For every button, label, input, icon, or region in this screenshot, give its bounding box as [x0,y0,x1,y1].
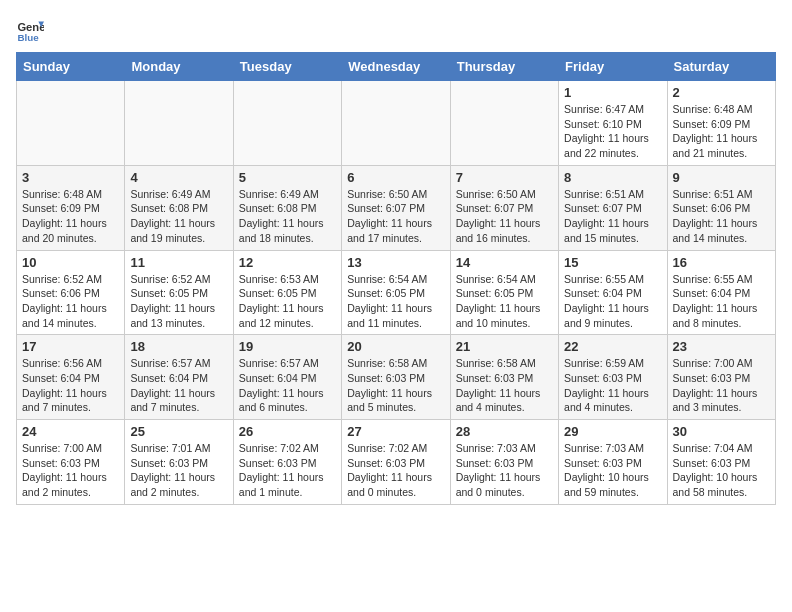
calendar-cell: 12Sunrise: 6:53 AMSunset: 6:05 PMDayligh… [233,250,341,335]
day-number: 21 [456,339,553,354]
calendar-table: SundayMondayTuesdayWednesdayThursdayFrid… [16,52,776,505]
col-header-friday: Friday [559,53,667,81]
day-info: Sunrise: 6:52 AMSunset: 6:05 PMDaylight:… [130,272,227,331]
calendar-cell: 21Sunrise: 6:58 AMSunset: 6:03 PMDayligh… [450,335,558,420]
calendar-cell [450,81,558,166]
calendar-week-row: 1Sunrise: 6:47 AMSunset: 6:10 PMDaylight… [17,81,776,166]
day-info: Sunrise: 6:55 AMSunset: 6:04 PMDaylight:… [673,272,770,331]
day-number: 16 [673,255,770,270]
day-number: 17 [22,339,119,354]
logo-icon: General Blue [16,16,44,44]
day-number: 20 [347,339,444,354]
day-info: Sunrise: 6:50 AMSunset: 6:07 PMDaylight:… [347,187,444,246]
logo: General Blue [16,16,48,44]
calendar-cell: 17Sunrise: 6:56 AMSunset: 6:04 PMDayligh… [17,335,125,420]
day-info: Sunrise: 6:57 AMSunset: 6:04 PMDaylight:… [130,356,227,415]
day-info: Sunrise: 7:00 AMSunset: 6:03 PMDaylight:… [673,356,770,415]
day-number: 8 [564,170,661,185]
svg-text:Blue: Blue [17,32,39,43]
day-number: 1 [564,85,661,100]
day-info: Sunrise: 6:51 AMSunset: 6:07 PMDaylight:… [564,187,661,246]
calendar-cell: 19Sunrise: 6:57 AMSunset: 6:04 PMDayligh… [233,335,341,420]
day-info: Sunrise: 7:01 AMSunset: 6:03 PMDaylight:… [130,441,227,500]
calendar-cell: 13Sunrise: 6:54 AMSunset: 6:05 PMDayligh… [342,250,450,335]
calendar-cell: 29Sunrise: 7:03 AMSunset: 6:03 PMDayligh… [559,420,667,505]
day-info: Sunrise: 6:48 AMSunset: 6:09 PMDaylight:… [22,187,119,246]
calendar-cell [125,81,233,166]
day-number: 26 [239,424,336,439]
day-number: 13 [347,255,444,270]
col-header-monday: Monday [125,53,233,81]
day-info: Sunrise: 7:03 AMSunset: 6:03 PMDaylight:… [564,441,661,500]
calendar-cell: 10Sunrise: 6:52 AMSunset: 6:06 PMDayligh… [17,250,125,335]
day-number: 5 [239,170,336,185]
calendar-cell: 22Sunrise: 6:59 AMSunset: 6:03 PMDayligh… [559,335,667,420]
day-number: 4 [130,170,227,185]
day-number: 22 [564,339,661,354]
calendar-cell: 27Sunrise: 7:02 AMSunset: 6:03 PMDayligh… [342,420,450,505]
calendar-cell: 18Sunrise: 6:57 AMSunset: 6:04 PMDayligh… [125,335,233,420]
day-info: Sunrise: 6:49 AMSunset: 6:08 PMDaylight:… [239,187,336,246]
col-header-tuesday: Tuesday [233,53,341,81]
day-info: Sunrise: 7:02 AMSunset: 6:03 PMDaylight:… [239,441,336,500]
day-number: 25 [130,424,227,439]
day-info: Sunrise: 7:02 AMSunset: 6:03 PMDaylight:… [347,441,444,500]
calendar-cell: 30Sunrise: 7:04 AMSunset: 6:03 PMDayligh… [667,420,775,505]
calendar-cell: 26Sunrise: 7:02 AMSunset: 6:03 PMDayligh… [233,420,341,505]
calendar-week-row: 3Sunrise: 6:48 AMSunset: 6:09 PMDaylight… [17,165,776,250]
calendar-cell: 6Sunrise: 6:50 AMSunset: 6:07 PMDaylight… [342,165,450,250]
calendar-week-row: 17Sunrise: 6:56 AMSunset: 6:04 PMDayligh… [17,335,776,420]
calendar-cell: 14Sunrise: 6:54 AMSunset: 6:05 PMDayligh… [450,250,558,335]
day-number: 7 [456,170,553,185]
day-number: 11 [130,255,227,270]
calendar-cell [17,81,125,166]
day-number: 15 [564,255,661,270]
day-info: Sunrise: 6:47 AMSunset: 6:10 PMDaylight:… [564,102,661,161]
calendar-week-row: 24Sunrise: 7:00 AMSunset: 6:03 PMDayligh… [17,420,776,505]
day-number: 10 [22,255,119,270]
day-info: Sunrise: 6:51 AMSunset: 6:06 PMDaylight:… [673,187,770,246]
day-info: Sunrise: 6:50 AMSunset: 6:07 PMDaylight:… [456,187,553,246]
calendar-cell: 24Sunrise: 7:00 AMSunset: 6:03 PMDayligh… [17,420,125,505]
calendar-cell: 8Sunrise: 6:51 AMSunset: 6:07 PMDaylight… [559,165,667,250]
day-number: 27 [347,424,444,439]
day-number: 2 [673,85,770,100]
day-info: Sunrise: 6:58 AMSunset: 6:03 PMDaylight:… [347,356,444,415]
day-info: Sunrise: 6:56 AMSunset: 6:04 PMDaylight:… [22,356,119,415]
calendar-cell: 1Sunrise: 6:47 AMSunset: 6:10 PMDaylight… [559,81,667,166]
calendar-cell: 20Sunrise: 6:58 AMSunset: 6:03 PMDayligh… [342,335,450,420]
day-number: 23 [673,339,770,354]
day-info: Sunrise: 6:59 AMSunset: 6:03 PMDaylight:… [564,356,661,415]
day-info: Sunrise: 6:52 AMSunset: 6:06 PMDaylight:… [22,272,119,331]
calendar-cell [342,81,450,166]
day-number: 3 [22,170,119,185]
col-header-thursday: Thursday [450,53,558,81]
calendar-cell: 7Sunrise: 6:50 AMSunset: 6:07 PMDaylight… [450,165,558,250]
calendar-cell: 5Sunrise: 6:49 AMSunset: 6:08 PMDaylight… [233,165,341,250]
day-number: 12 [239,255,336,270]
day-info: Sunrise: 6:55 AMSunset: 6:04 PMDaylight:… [564,272,661,331]
day-info: Sunrise: 6:54 AMSunset: 6:05 PMDaylight:… [456,272,553,331]
day-number: 19 [239,339,336,354]
day-info: Sunrise: 6:49 AMSunset: 6:08 PMDaylight:… [130,187,227,246]
col-header-sunday: Sunday [17,53,125,81]
calendar-cell: 23Sunrise: 7:00 AMSunset: 6:03 PMDayligh… [667,335,775,420]
day-info: Sunrise: 6:54 AMSunset: 6:05 PMDaylight:… [347,272,444,331]
calendar-cell: 9Sunrise: 6:51 AMSunset: 6:06 PMDaylight… [667,165,775,250]
day-info: Sunrise: 6:58 AMSunset: 6:03 PMDaylight:… [456,356,553,415]
day-number: 6 [347,170,444,185]
calendar-cell: 15Sunrise: 6:55 AMSunset: 6:04 PMDayligh… [559,250,667,335]
calendar-cell: 28Sunrise: 7:03 AMSunset: 6:03 PMDayligh… [450,420,558,505]
day-number: 29 [564,424,661,439]
day-info: Sunrise: 7:04 AMSunset: 6:03 PMDaylight:… [673,441,770,500]
calendar-cell [233,81,341,166]
calendar-cell: 25Sunrise: 7:01 AMSunset: 6:03 PMDayligh… [125,420,233,505]
day-info: Sunrise: 7:03 AMSunset: 6:03 PMDaylight:… [456,441,553,500]
day-number: 24 [22,424,119,439]
day-number: 14 [456,255,553,270]
page-header: General Blue [16,16,776,44]
col-header-saturday: Saturday [667,53,775,81]
day-info: Sunrise: 7:00 AMSunset: 6:03 PMDaylight:… [22,441,119,500]
day-number: 18 [130,339,227,354]
calendar-cell: 16Sunrise: 6:55 AMSunset: 6:04 PMDayligh… [667,250,775,335]
